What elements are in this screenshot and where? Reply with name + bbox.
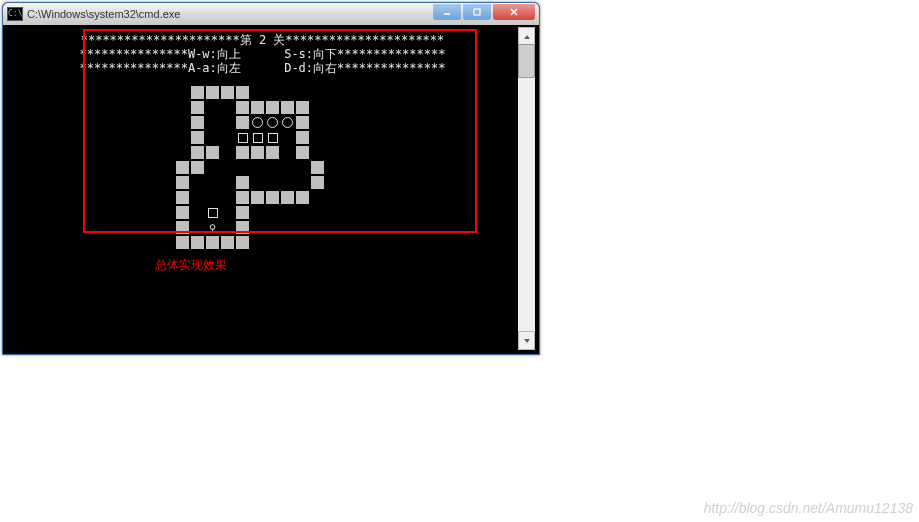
- window-title: C:\Windows\system32\cmd.exe: [27, 8, 431, 20]
- wall-cell: [265, 190, 280, 205]
- wall-cell: [235, 175, 250, 190]
- wall-cell: [250, 100, 265, 115]
- scroll-down-button[interactable]: [518, 331, 535, 350]
- wall-cell: [235, 235, 250, 250]
- empty-cell: [280, 160, 295, 175]
- wall-cell: [295, 100, 310, 115]
- empty-cell: [220, 145, 235, 160]
- wall-cell: [205, 85, 220, 100]
- wall-cell: [190, 160, 205, 175]
- svg-marker-4: [524, 35, 530, 39]
- client-area: **********************第 2 关*************…: [7, 27, 535, 350]
- wall-cell: [190, 235, 205, 250]
- wall-cell: [235, 220, 250, 235]
- wall-cell: [175, 190, 190, 205]
- header-line-1: **********************第 2 关*************…: [7, 33, 518, 47]
- empty-cell: [190, 175, 205, 190]
- wall-cell: [280, 100, 295, 115]
- empty-cell: [265, 220, 280, 235]
- empty-cell: [250, 175, 265, 190]
- empty-cell: [220, 190, 235, 205]
- game-header: **********************第 2 关*************…: [7, 33, 518, 75]
- empty-cell: [280, 85, 295, 100]
- empty-cell: [220, 205, 235, 220]
- wall-cell: [250, 145, 265, 160]
- goal-cell: [250, 115, 265, 130]
- wall-cell: [175, 160, 190, 175]
- empty-cell: [220, 115, 235, 130]
- svg-rect-1: [474, 9, 480, 15]
- wall-cell: [280, 190, 295, 205]
- empty-cell: [280, 235, 295, 250]
- box-cell: [265, 130, 280, 145]
- empty-cell: [265, 235, 280, 250]
- maximize-button[interactable]: [463, 4, 491, 20]
- empty-cell: [295, 160, 310, 175]
- wall-cell: [190, 130, 205, 145]
- empty-cell: [175, 130, 190, 145]
- empty-cell: [295, 235, 310, 250]
- console-output: **********************第 2 关*************…: [7, 27, 518, 350]
- wall-cell: [190, 85, 205, 100]
- goal-cell: [265, 115, 280, 130]
- wall-cell: [190, 145, 205, 160]
- board-row: [175, 160, 325, 175]
- empty-cell: [295, 175, 310, 190]
- empty-cell: [265, 205, 280, 220]
- empty-cell: [175, 100, 190, 115]
- watermark: http://blog.csdn.net/Amumu12138: [704, 500, 913, 516]
- annotation-caption: 总体实现效果: [155, 257, 227, 274]
- wall-cell: [220, 85, 235, 100]
- wall-cell: [265, 145, 280, 160]
- scroll-thumb[interactable]: [518, 44, 535, 78]
- empty-cell: [235, 160, 250, 175]
- board-row: [175, 235, 325, 250]
- empty-cell: [280, 220, 295, 235]
- game-board: [175, 85, 325, 250]
- wall-cell: [190, 115, 205, 130]
- wall-cell: [175, 175, 190, 190]
- wall-cell: [235, 85, 250, 100]
- empty-cell: [220, 160, 235, 175]
- empty-cell: [250, 235, 265, 250]
- empty-cell: [220, 130, 235, 145]
- empty-cell: [250, 160, 265, 175]
- window-controls: [431, 5, 535, 23]
- titlebar[interactable]: C:\ C:\Windows\system32\cmd.exe: [3, 3, 539, 25]
- header-line-3: ***************A-a:向左 D-d:向右************…: [7, 61, 518, 75]
- empty-cell: [280, 130, 295, 145]
- header-line-2: ***************W-w:向上 S-s:向下************…: [7, 47, 518, 61]
- empty-cell: [265, 160, 280, 175]
- wall-cell: [220, 235, 235, 250]
- empty-cell: [205, 115, 220, 130]
- cmd-icon: C:\: [7, 7, 23, 21]
- wall-cell: [175, 205, 190, 220]
- board-row: [175, 115, 325, 130]
- wall-cell: [175, 220, 190, 235]
- wall-cell: [235, 115, 250, 130]
- cmd-window: C:\ C:\Windows\system32\cmd.exe ********…: [2, 2, 540, 355]
- wall-cell: [235, 190, 250, 205]
- empty-cell: [280, 145, 295, 160]
- wall-cell: [235, 100, 250, 115]
- board-row: [175, 100, 325, 115]
- empty-cell: [205, 100, 220, 115]
- box-cell: [205, 205, 220, 220]
- wall-cell: [175, 235, 190, 250]
- empty-cell: [250, 220, 265, 235]
- close-button[interactable]: [493, 4, 535, 20]
- wall-cell: [295, 130, 310, 145]
- svg-marker-5: [524, 339, 530, 343]
- board-row: [175, 85, 325, 100]
- wall-cell: [310, 175, 325, 190]
- empty-cell: [220, 100, 235, 115]
- vertical-scrollbar[interactable]: [518, 27, 535, 350]
- empty-cell: [295, 220, 310, 235]
- empty-cell: [280, 205, 295, 220]
- empty-cell: [220, 220, 235, 235]
- empty-cell: [265, 85, 280, 100]
- box-cell: [250, 130, 265, 145]
- empty-cell: [175, 85, 190, 100]
- minimize-button[interactable]: [433, 4, 461, 20]
- goal-cell: [280, 115, 295, 130]
